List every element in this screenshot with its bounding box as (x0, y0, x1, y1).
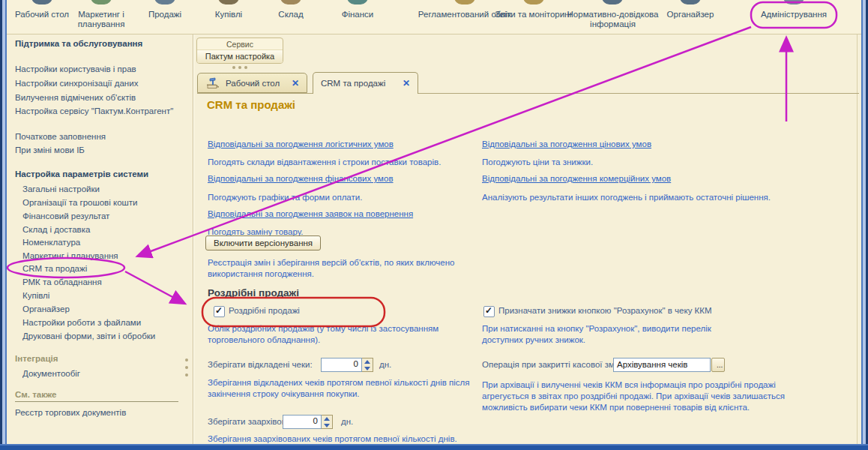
sidebar-item-nomenclature[interactable]: Номенклатура (22, 238, 80, 247)
retail-section-header: Роздрібні продажі (208, 287, 299, 298)
sidebar-item-rmk-equipment[interactable]: РМК та обладнання (22, 278, 102, 286)
cash-close-desc: При архівації і вилученні чеків ККМ вся … (482, 380, 808, 413)
archived-receipts-input[interactable]: 0 (283, 415, 322, 429)
sidebar-item-crm-sales[interactable]: CRM та продажі (22, 264, 87, 273)
sidebar-item-general[interactable]: Загальні настройки (22, 184, 100, 194)
archived-receipts-stepper[interactable] (322, 415, 333, 429)
desc-logistics: Погодять склади відвантаження і строки п… (208, 157, 507, 168)
desc-financial: Погоджують графіки та форми оплати. (208, 192, 507, 203)
assign-discounts-checkbox[interactable] (483, 306, 495, 317)
link-price-approvers[interactable]: Відповідальні за погодження цінових умов (482, 140, 651, 148)
panel-grip[interactable] (232, 66, 235, 69)
sidebar-item-print-forms[interactable]: Друковані форми, звіти і обробки (22, 332, 155, 340)
paktum-settings-button[interactable]: Пактум настройка (197, 50, 283, 63)
deferred-receipts-label: Зберігати відкладені чеки: (208, 360, 313, 369)
sidebar-item-paktum-service[interactable]: Настройка сервісу "Пактум.Контрагент" (15, 106, 173, 116)
sidebar-item-marketing-planning[interactable]: Маркетинг і планування (22, 251, 118, 260)
desc-commercial: Аналізують результати інших погоджень і … (482, 192, 823, 203)
tab-crm-sales[interactable]: CRM та продажі ✕ (313, 72, 418, 94)
deferred-unit-label: дн. (379, 360, 391, 369)
deferred-receipts-stepper[interactable] (362, 358, 373, 372)
enable-versioning-button[interactable]: Включити версіонування (205, 236, 321, 250)
deferred-receipts-input[interactable]: 0 (321, 358, 362, 372)
archived-receipts-desc: Зберігання заархівованих чеків протягом … (208, 434, 522, 445)
link-commercial-approvers[interactable]: Відповідальні за погодження комерційних … (482, 174, 671, 183)
sidebar-section-integration-title: Інтеграція (15, 354, 58, 363)
sidebar-item-financial-result[interactable]: Фінансовий результат (22, 212, 109, 220)
desktop-icon (205, 77, 220, 89)
tab-label: Рабочий стол (226, 79, 280, 88)
sidebar-item-deletion[interactable]: Вилучення відмічених об'єктів (15, 93, 136, 102)
nav-administration[interactable]: Адміністрування (750, 10, 838, 20)
versioning-desc: Реєстрація змін і зберігання версій об'є… (208, 257, 489, 280)
archived-unit-label: дн. (341, 417, 353, 426)
cash-close-label: Операція при закритті касової зміни: (482, 360, 628, 369)
sidebar-item-trade-documents-register[interactable]: Реєстр торгових документів (15, 408, 126, 417)
nav-warehouse[interactable]: Склад (265, 10, 317, 20)
desc-price: Погоджують ціни та знижки. (482, 157, 834, 168)
sidebar-section-see-also-title: См. также (15, 390, 178, 402)
close-icon[interactable]: ✕ (403, 78, 410, 88)
nav-sales[interactable]: Продажі (135, 10, 195, 20)
nav-finance[interactable]: Фінанси (328, 10, 388, 20)
splitter-grip[interactable] (185, 358, 188, 362)
nav-organizer[interactable]: Органайзер (653, 10, 728, 20)
retail-sales-desc: Облік роздрібних продажів (у тому числі … (208, 323, 477, 346)
sidebar-item-warehouse-delivery[interactable]: Склад і доставка (22, 225, 90, 234)
service-group-label: Сервис (197, 38, 283, 50)
sidebar-item-purchases[interactable]: Купівлі (22, 291, 49, 300)
retail-sales-checkbox[interactable] (214, 306, 225, 317)
sidebar-item-initial-fill[interactable]: Початкове заповнення (15, 132, 106, 141)
assign-discounts-desc: При натисканні на кнопку "Розрахунок", в… (482, 323, 737, 346)
sidebar-section-support-title: Підтримка та обслуговування (15, 39, 142, 48)
sidebar-section-system-params-title: Настройка параметрів системи (15, 170, 148, 178)
service-command-group: Сервис Пактум настройка (196, 38, 283, 64)
cash-close-input[interactable]: Архівування чеків (613, 358, 711, 372)
tab-label: CRM та продажі (321, 79, 385, 88)
close-icon[interactable]: ✕ (292, 78, 299, 88)
sidebar-item-file-settings[interactable]: Настройки роботи з файлами (22, 318, 141, 327)
deferred-receipts-desc: Зберігання відкладених чеків протягом пе… (208, 377, 507, 400)
cash-close-choose-button[interactable]: ... (711, 358, 725, 372)
page-title: CRM та продажі (207, 98, 295, 111)
sidebar-item-user-settings[interactable]: Настройки користувачів і прав (15, 64, 136, 74)
tab-desktop[interactable]: Рабочий стол ✕ (197, 73, 307, 93)
nav-marketing[interactable]: Маркетинг і планування (60, 10, 142, 29)
sidebar-item-organizations[interactable]: Організації та грошові кошти (22, 198, 137, 207)
sidebar-item-sync-settings[interactable]: Настройки синхронізації даних (15, 79, 138, 88)
nav-purchases[interactable]: Купівлі (199, 10, 259, 20)
sidebar-item-organizer[interactable]: Органайзер (22, 304, 70, 314)
sidebar-item-ib-language[interactable]: При зміні мови ІБ (15, 146, 85, 154)
link-financial-approvers[interactable]: Відповідальні за погодження фінансових у… (208, 174, 394, 183)
sidebar-item-document-flow[interactable]: Документообіг (22, 369, 80, 378)
annotation-arrow-to-retail (125, 272, 184, 303)
link-returns-approvers[interactable]: Відповідальні за погодження заявок на по… (208, 209, 413, 218)
assign-discounts-label: Призначати знижки кнопкою "Розрахунок" в… (498, 306, 712, 315)
link-logistics-approvers[interactable]: Відповідальні за погодження логістичних … (208, 140, 394, 148)
retail-sales-checkbox-label: Роздрібні продажі (229, 306, 300, 315)
